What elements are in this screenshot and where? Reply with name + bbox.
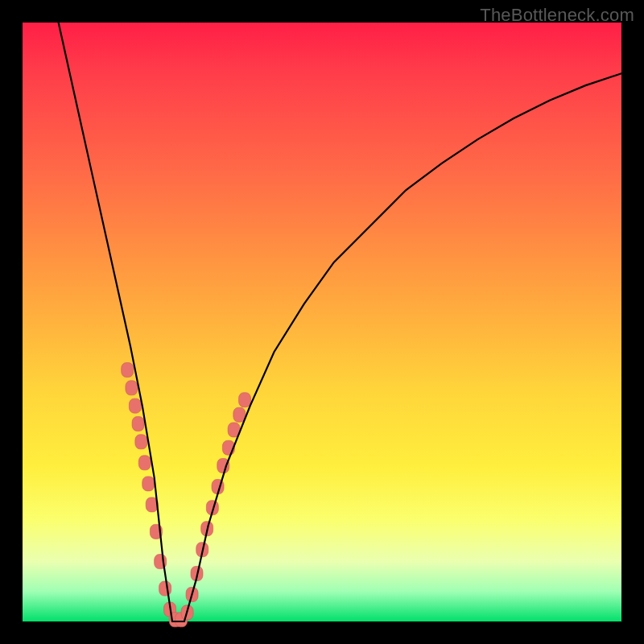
chart-svg <box>23 23 621 621</box>
bottleneck-curve <box>59 23 621 621</box>
curve-marker <box>132 416 144 431</box>
curve-marker <box>142 477 155 491</box>
curve-marker <box>135 435 147 449</box>
curve-marker <box>126 381 138 395</box>
curve-marker <box>239 393 251 407</box>
curve-marker <box>138 456 151 470</box>
watermark-text: TheBottleneck.com <box>480 5 634 26</box>
curve-marker <box>159 581 171 596</box>
curve-marker <box>122 363 134 378</box>
curve-marker <box>129 398 141 413</box>
plot-area <box>23 23 621 621</box>
chart-frame: TheBottleneck.com <box>0 0 644 644</box>
